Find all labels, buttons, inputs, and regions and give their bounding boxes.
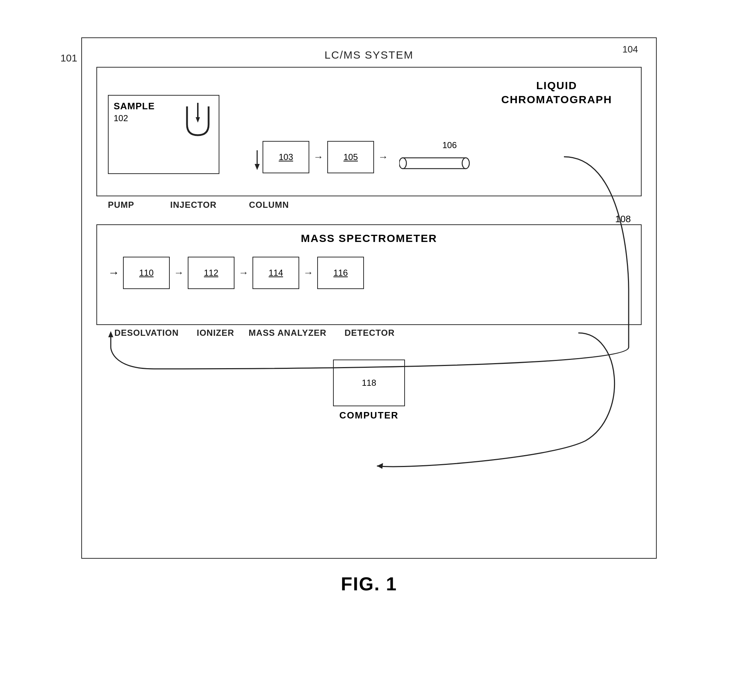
ionizer-ref: 112 [204,268,218,278]
detector-label: DETECTOR [345,328,395,338]
computer-label: COMPUTER [339,410,399,421]
injection-valve-icon [180,103,212,139]
desolvation-ref: 110 [139,268,153,278]
ionizer-box: 112 [188,257,234,289]
svg-marker-1 [196,117,200,123]
column-label: COLUMN [249,200,289,210]
mass-analyzer-box: 114 [252,257,299,289]
ionizer-label: IONIZER [197,328,234,338]
desolvation-box: 110 [123,257,170,289]
ms-section: 108 MASS SPECTROMETER → 110 → 112 → 114 [96,224,642,338]
page-container: 101 LC/MS SYSTEM 104 LIQUID CHROMATOGRAP… [45,26,693,674]
ref-104: 104 [623,44,638,55]
ms-box: MASS SPECTROMETER → 110 → 112 → 114 → [96,224,642,325]
column-svg [399,153,471,174]
arrow-injector-column: → [374,153,392,161]
ref-108: 108 [615,213,631,225]
outer-box: 101 LC/MS SYSTEM 104 LIQUID CHROMATOGRAP… [81,37,657,559]
computer-ref: 118 [362,378,376,388]
computer-section: 118 COMPUTER [333,360,405,421]
computer-box: 118 [333,360,405,406]
detector-ref: 116 [333,268,348,278]
svg-point-3 [399,158,407,169]
injector-ref: 105 [343,152,358,162]
sample-ref: 102 [113,113,128,123]
pump-ref: 103 [279,152,293,162]
sample-label: SAMPLE [113,101,155,112]
injector-label: INJECTOR [170,200,217,210]
column-ref-label: 106 [442,140,457,150]
pump-label: PUMP [108,200,134,210]
svg-marker-6 [255,164,260,170]
column-shape: 106 [399,140,471,174]
arrow-ionizer-analyzer: → [234,269,252,276]
lc-title: LIQUID CHROMATOGRAPH [501,78,612,106]
mass-analyzer-ref: 114 [269,268,283,278]
ms-labels: DESOLVATION IONIZER MASS ANALYZER DETECT… [96,328,642,338]
bottom-section: 118 COMPUTER [96,345,642,421]
ms-title: MASS SPECTROMETER [301,232,437,244]
svg-marker-8 [377,463,383,469]
figure-label: FIG. 1 [341,573,397,595]
desolvation-label: DESOLVATION [114,328,179,338]
arrow-analyzer-detector: → [299,269,317,276]
arrow-into-ms: → [108,266,119,279]
arrow-pump-injector: → [309,153,327,161]
arrow-desolvation-ionizer: → [170,269,188,276]
svg-rect-2 [403,158,466,169]
lc-box: LIQUID CHROMATOGRAPH SAMPLE 102 [96,67,642,196]
sample-box: SAMPLE 102 [108,95,219,174]
lc-labels: PUMP INJECTOR COLUMN [96,200,642,210]
detector-box: 116 [317,257,364,289]
svg-point-4 [462,158,469,169]
lc-section: LIQUID CHROMATOGRAPH SAMPLE 102 [96,67,642,210]
lcms-system-title: LC/MS SYSTEM [96,49,642,61]
injector-box: 105 [327,141,374,173]
label-101: 101 [60,53,77,64]
mass-analyzer-label: MASS ANALYZER [249,328,327,338]
pump-box: 103 [262,141,309,173]
